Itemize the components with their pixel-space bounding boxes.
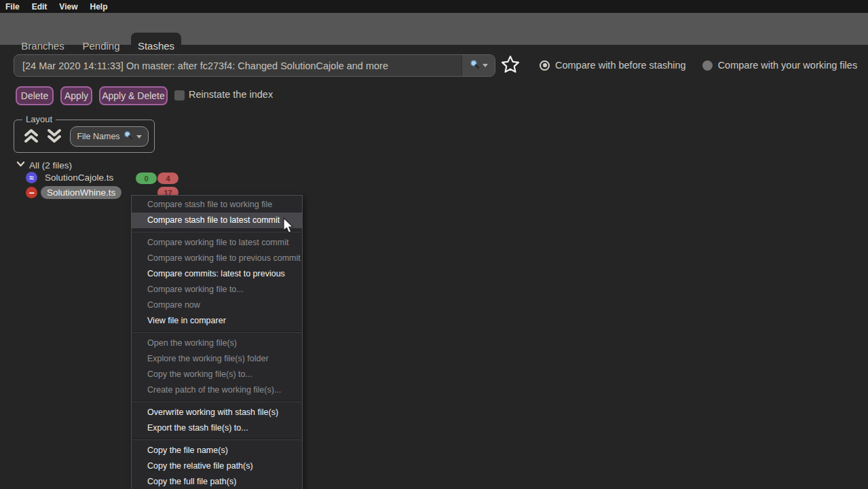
collapse-all-button[interactable]: [22, 128, 40, 146]
context-menu-item[interactable]: Copy the file name(s): [132, 443, 302, 458]
menubar-item-edit[interactable]: Edit: [26, 0, 54, 13]
file-name[interactable]: SolutionCajole.ts: [45, 173, 113, 183]
context-menu-item: Open the working file(s): [132, 336, 302, 351]
context-menu-item[interactable]: Compare commits: latest to previous: [132, 266, 302, 282]
context-menu-item[interactable]: Copy the relative file path(s): [132, 458, 302, 474]
context-menu-item: Compare working file to previous commit: [132, 251, 302, 266]
stash-search-dropdown-button[interactable]: [461, 55, 495, 76]
context-menu-item: Compare stash file to working file: [132, 197, 302, 213]
menubar-item-file[interactable]: File: [5, 0, 26, 13]
chevron-down-icon: [136, 135, 142, 139]
magnifier-icon: [470, 59, 480, 72]
context-menu-item[interactable]: Overwrite working with stash file(s): [132, 405, 302, 420]
menubar-item-help[interactable]: Help: [83, 0, 113, 13]
menubar-item-view[interactable]: View: [53, 0, 83, 13]
compare-options: Compare with before stashing Compare wit…: [540, 60, 857, 71]
context-menu: Compare stash file to working fileCompar…: [131, 195, 303, 489]
star-outline-icon: [500, 54, 521, 77]
modified-file-icon: ≈: [26, 172, 37, 183]
menu-separator: [132, 231, 301, 232]
expand-all-button[interactable]: [45, 128, 63, 146]
radio-compare-before-stashing[interactable]: Compare with before stashing: [540, 60, 686, 71]
reinstate-index-checkbox[interactable]: [174, 90, 185, 101]
context-menu-item[interactable]: Compare stash file to latest commit: [132, 213, 302, 228]
context-menu-item: Compare working file to...: [132, 282, 302, 297]
context-menu-item[interactable]: Copy the full file path(s): [132, 474, 302, 489]
context-menu-item[interactable]: Export the stash file(s) to...: [132, 420, 302, 436]
menu-separator: [132, 331, 301, 333]
menubar: File Edit View Help: [0, 0, 868, 13]
radio-unselected-icon[interactable]: [702, 60, 713, 71]
tree-row-solutioncajole[interactable]: ≈ SolutionCajole.ts: [26, 172, 113, 183]
radio-compare-working-files[interactable]: Compare with your working files: [702, 60, 858, 71]
stash-selector-value[interactable]: [24 Mar 2020 14:11:33] On master: after …: [14, 60, 461, 71]
menu-separator: [132, 439, 301, 440]
layout-groupbox: Layout File Names: [14, 120, 155, 153]
chevron-down-icon[interactable]: [16, 159, 25, 171]
magnifier-icon: [124, 130, 133, 143]
removed-lines-badge: 4: [157, 173, 178, 184]
radio-selected-icon[interactable]: [540, 60, 550, 71]
chevron-down-icon: [483, 64, 488, 67]
context-menu-item[interactable]: View file in comparer: [132, 313, 302, 329]
tree-root-row[interactable]: All (2 files): [16, 159, 72, 171]
radio-label: Compare with before stashing: [555, 60, 686, 71]
favorite-star-button[interactable]: [499, 55, 521, 77]
context-menu-item: Compare working file to latest commit: [132, 235, 302, 251]
menu-separator: [132, 401, 301, 402]
context-menu-item: Create patch of the working file(s)...: [132, 382, 302, 398]
context-menu-item: Compare now: [132, 297, 302, 313]
context-menu-item: Copy the working file(s) to...: [132, 367, 302, 382]
double-chevron-up-icon: [23, 128, 39, 147]
file-names-dropdown-label: File Names: [77, 132, 119, 141]
file-name[interactable]: SolutionWhine.ts: [41, 186, 121, 199]
file-names-dropdown[interactable]: File Names: [70, 126, 149, 147]
deleted-file-icon: −: [26, 187, 37, 198]
reinstate-index-label: Reinstate the index: [189, 89, 273, 100]
tabstrip: Branches Pending Stashes: [0, 13, 868, 45]
added-lines-badge: 0: [136, 173, 157, 184]
apply-button[interactable]: Apply: [60, 86, 92, 105]
double-chevron-down-icon: [46, 128, 62, 147]
layout-groupbox-title: Layout: [22, 114, 56, 124]
tree-root-label: All (2 files): [29, 160, 72, 170]
tree-row-solutionwhine[interactable]: − SolutionWhine.ts: [26, 186, 121, 199]
mouse-cursor: [283, 217, 295, 238]
radio-label: Compare with your working files: [718, 60, 858, 71]
apply-and-delete-button[interactable]: Apply & Delete: [99, 86, 168, 105]
context-menu-item: Explore the working file(s) folder: [132, 351, 302, 367]
delete-button[interactable]: Delete: [16, 86, 54, 105]
stash-selector[interactable]: [24 Mar 2020 14:11:33] On master: after …: [14, 54, 495, 77]
